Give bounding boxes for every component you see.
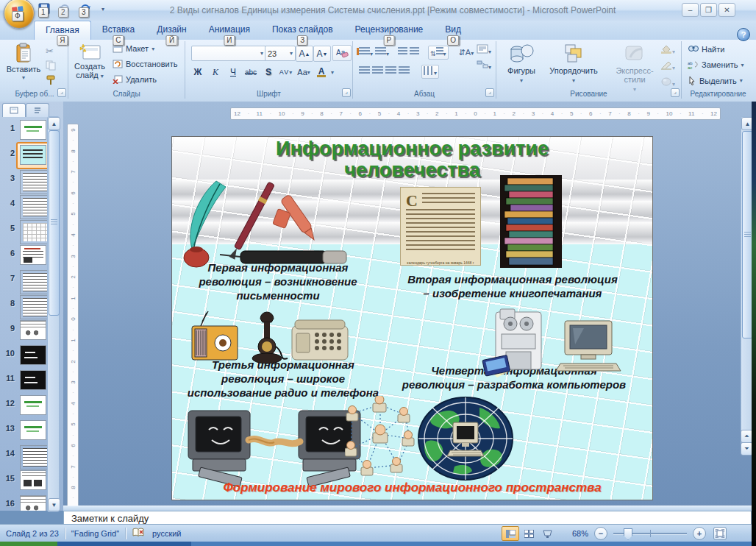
- quick-styles-button[interactable]: Экспресс-стили▾: [605, 43, 664, 93]
- clear-formatting-button[interactable]: Аа: [332, 45, 352, 61]
- ruler-tick: ·: [368, 110, 371, 117]
- font-color-dropdown[interactable]: ▾: [331, 69, 334, 76]
- spellcheck-icon[interactable]: [132, 528, 145, 539]
- restore-button[interactable]: ❐: [700, 3, 717, 17]
- font-name-combo[interactable]: ▾: [191, 46, 266, 61]
- align-text-button[interactable]: ▾: [477, 44, 491, 56]
- people-network-image[interactable]: [345, 396, 416, 477]
- shape-outline-button[interactable]: ▾: [660, 60, 675, 72]
- change-case-button[interactable]: Аа▾: [296, 65, 312, 79]
- font-size-combo[interactable]: 23▾: [265, 46, 296, 61]
- help-button[interactable]: ?: [737, 28, 750, 41]
- panel-scroll-up[interactable]: ▲: [48, 117, 60, 130]
- computers-handshake-image[interactable]: [178, 408, 371, 487]
- tab-home[interactable]: ГлавнаяЯ: [34, 21, 91, 40]
- globe-web-image[interactable]: [416, 396, 515, 481]
- shrink-font-button[interactable]: А▼: [313, 46, 331, 62]
- tab-design[interactable]: ДизайнЙ: [146, 21, 197, 40]
- zoom-out-button[interactable]: −: [594, 527, 607, 540]
- thumbnail-preview: [20, 170, 51, 194]
- ruler-tick: ·: [407, 110, 410, 117]
- tab-insert[interactable]: ВставкаС: [91, 21, 146, 40]
- drawing-dialog-launcher[interactable]: ⌟: [671, 88, 680, 97]
- strikethrough-button[interactable]: abc: [243, 65, 259, 79]
- ruler-tick: ·: [69, 476, 76, 478]
- text-shadow-button[interactable]: S: [260, 65, 277, 79]
- grow-font-button[interactable]: А▲: [296, 46, 313, 62]
- find-icon: [688, 45, 699, 54]
- printing-press-image[interactable]: [475, 308, 560, 381]
- reset-icon: [113, 60, 123, 68]
- increase-indent-button[interactable]: [410, 47, 419, 58]
- delete-slide-button[interactable]: Удалить: [113, 75, 157, 84]
- tab-view[interactable]: ВидО: [434, 21, 472, 40]
- writing-tools-image[interactable]: [176, 175, 360, 277]
- fit-to-window-button[interactable]: [713, 527, 727, 540]
- paste-button[interactable]: Вставить ▾: [6, 43, 41, 82]
- qat-dropdown[interactable]: ▾: [101, 6, 104, 13]
- replace-button[interactable]: abac Заменить▾: [688, 60, 743, 69]
- panel-scrollbar[interactable]: ▲ ▼: [47, 116, 60, 512]
- text-direction-button[interactable]: ⇵А▾: [459, 48, 474, 57]
- numbering-button[interactable]: ▾: [375, 47, 389, 58]
- normal-view-button[interactable]: [502, 526, 519, 541]
- shape-fill-button[interactable]: ▾: [660, 44, 675, 56]
- tab-slideshow[interactable]: Показ слайдовЗ: [261, 21, 344, 40]
- slides-tab[interactable]: [2, 103, 26, 117]
- convert-smartart-button[interactable]: ▾: [477, 60, 491, 71]
- find-button[interactable]: Найти: [688, 45, 724, 54]
- decrease-indent-button[interactable]: [398, 47, 407, 58]
- ruler-tick-label: 6: [69, 444, 76, 447]
- retro-computer-image[interactable]: [554, 319, 622, 374]
- copy-button[interactable]: [46, 60, 56, 71]
- bullets-button[interactable]: ▾: [359, 47, 373, 58]
- select-button[interactable]: Выделить▾: [688, 76, 743, 85]
- language-indicator[interactable]: русский: [152, 529, 181, 538]
- cut-button[interactable]: ✂: [46, 46, 54, 57]
- align-center-button[interactable]: [372, 66, 383, 77]
- justify-button[interactable]: [399, 66, 410, 77]
- slide-canvas[interactable]: Информационное развитие человечества: [171, 136, 653, 500]
- ruler-tick-label: 8: [320, 110, 323, 117]
- character-spacing-button[interactable]: AV▾: [278, 65, 294, 79]
- arrange-button[interactable]: Упорядочить▾: [545, 43, 602, 85]
- bold-button[interactable]: Ж: [190, 65, 206, 79]
- font-dialog-launcher[interactable]: ⌟: [342, 88, 351, 97]
- columns-button[interactable]: ▾: [421, 65, 439, 79]
- underline-button[interactable]: Ч: [225, 65, 241, 79]
- line-spacing-button[interactable]: ⇅▾: [428, 46, 449, 60]
- font-color-button[interactable]: А: [313, 65, 329, 79]
- zoom-slider[interactable]: [613, 527, 687, 540]
- tab-animation[interactable]: АнимацияИ: [198, 21, 261, 40]
- align-right-button[interactable]: [385, 66, 396, 77]
- manuscript-image[interactable]: C календарь гутенберга на январь 1448 г: [400, 187, 481, 266]
- new-slide-button[interactable]: Создатьслайд ▾: [71, 43, 108, 80]
- shape-effects-button[interactable]: ▾: [660, 77, 675, 88]
- radio-telephones-image[interactable]: [190, 310, 352, 366]
- zoom-slider-thumb[interactable]: [624, 528, 632, 540]
- ruler-tick: ·: [561, 110, 563, 117]
- italic-button[interactable]: К: [207, 65, 224, 79]
- thumbnail-preview: [20, 395, 46, 415]
- ruler-tick-label: 0: [69, 318, 76, 321]
- slide-sorter-view-button[interactable]: [520, 526, 538, 541]
- theme-name[interactable]: "Fading Grid": [71, 529, 119, 538]
- caption-second-revolution[interactable]: Вторая информационная революция – изобре…: [406, 272, 619, 300]
- paragraph-dialog-launcher[interactable]: ⌟: [485, 88, 494, 97]
- outline-tab[interactable]: [26, 103, 49, 117]
- zoom-level[interactable]: 68%: [572, 529, 588, 538]
- panel-scroll-down[interactable]: ▼: [48, 498, 60, 511]
- clipboard-dialog-launcher[interactable]: ⌟: [57, 88, 66, 97]
- format-painter-button[interactable]: [46, 75, 56, 85]
- slideshow-view-button[interactable]: [538, 526, 556, 541]
- reset-button[interactable]: Восстановить: [113, 60, 177, 68]
- books-stack-image[interactable]: [500, 175, 562, 268]
- minimize-button[interactable]: –: [682, 3, 699, 17]
- align-left-button[interactable]: [359, 66, 370, 77]
- tab-review[interactable]: РецензированиеР: [344, 21, 435, 40]
- zoom-in-button[interactable]: +: [693, 527, 706, 540]
- panel-scrollbar-thumb[interactable]: [49, 130, 60, 316]
- slide-footer-text[interactable]: Формирование мирового информационного пр…: [172, 481, 652, 495]
- shapes-button[interactable]: Фигуры▾: [502, 43, 541, 85]
- close-button[interactable]: ✕: [718, 3, 735, 17]
